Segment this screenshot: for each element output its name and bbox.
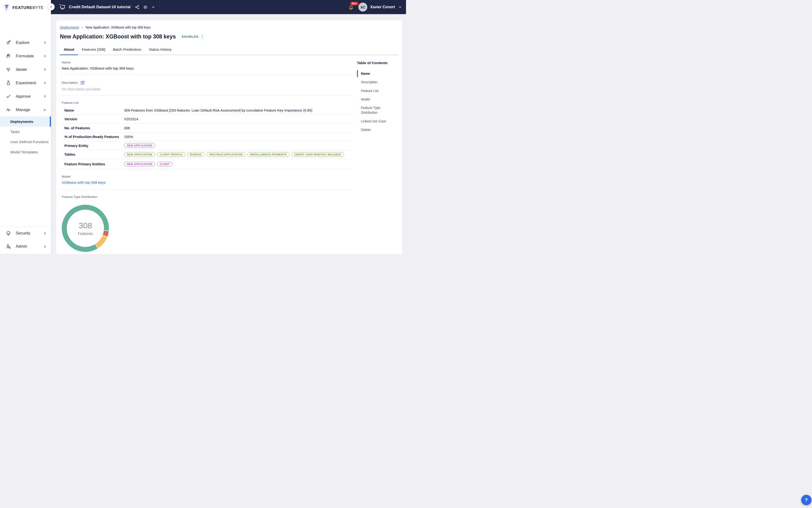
table-tag[interactable]: INSTALLMENTS PAYMENTS xyxy=(247,152,289,157)
sidebar-nav: Explore Formulate Ideate xyxy=(0,36,51,117)
sidebar-item-security[interactable]: Security xyxy=(0,227,51,240)
user-name: Xavier Conort xyxy=(370,5,395,9)
section-label: Name xyxy=(62,60,353,64)
section-name: Name New Application: XGBoost with top 3… xyxy=(60,55,353,75)
breadcrumb-deployments-link[interactable]: Deployments xyxy=(60,26,79,29)
gear-icon[interactable] xyxy=(143,5,148,10)
sidebar-item-formulate[interactable]: Formulate xyxy=(0,49,51,63)
section-label: Feature List xyxy=(62,101,353,104)
top-bar: Credit Default Dataset UI tutorial xyxy=(51,0,406,14)
telescope-icon xyxy=(6,40,11,45)
chevron-right-icon xyxy=(43,54,46,57)
head-gear-icon xyxy=(6,53,11,59)
share-icon[interactable] xyxy=(135,5,140,9)
feature-type-donut-chart: 308 Features FLOAT 263 xyxy=(62,205,353,254)
table-row-feature-count: No. of Features 308 xyxy=(60,124,353,132)
toc-item-linked-use-case[interactable]: Linked Use Case xyxy=(357,117,392,125)
toc-item-feature-type-distribution[interactable]: Feature Type Distribution xyxy=(357,103,392,117)
sidebar: FEATUREBYTE Explore Formulate xyxy=(0,0,51,254)
sidebar-item-label: Model Templates xyxy=(10,150,38,154)
table-tag[interactable]: BUREAU xyxy=(187,152,205,157)
entity-tag[interactable]: CLIENT xyxy=(157,162,173,167)
chevron-right-icon xyxy=(43,245,46,248)
catalog-monitor-icon xyxy=(59,4,65,10)
sidebar-item-deployments[interactable]: Deployments xyxy=(0,117,51,127)
avatar[interactable]: XC xyxy=(358,3,367,11)
table-tag[interactable]: CREDIT CARD MONTHLY BALANCE xyxy=(291,152,344,157)
table-row-name: Name 308 Features from XGBoost [293 feat… xyxy=(60,106,353,115)
sidebar-item-label: Approve xyxy=(16,94,31,99)
version-value: V251014 xyxy=(124,117,138,121)
lightbulb-icon xyxy=(6,67,11,72)
sidebar-bottom-nav: Security Admin xyxy=(0,226,51,254)
tab-status-history[interactable]: Status History xyxy=(145,45,175,54)
sidebar-item-admin[interactable]: Admin xyxy=(0,240,51,253)
table-tag[interactable]: CLIENT PROFILE xyxy=(157,152,185,157)
catalog-title[interactable]: Credit Default Dataset UI tutorial xyxy=(69,5,131,9)
feature-count-value: 308 xyxy=(124,126,130,130)
deployment-name-value: New Application: XGBoost with top 308 ke… xyxy=(62,66,353,75)
section-model: Model XGBoost with top 308 keys xyxy=(60,169,353,189)
sidebar-item-label: Ideate xyxy=(16,67,27,72)
toc-item-name[interactable]: Name xyxy=(357,69,392,78)
sidebar-collapse-button[interactable] xyxy=(48,3,55,10)
table-row-tables: Tables NEW APPLICATION CLIENT PROFILE BU… xyxy=(60,150,353,159)
sidebar-item-experiment[interactable]: Experiment xyxy=(0,76,51,90)
edit-description-icon[interactable] xyxy=(80,80,85,85)
toc-item-feature-list[interactable]: Feature List xyxy=(357,87,392,95)
sidebar-item-label: Formulate xyxy=(16,54,34,58)
donut-ring: 308 Features xyxy=(62,205,109,252)
table-row-production-ready: % of Production-Ready Features 100% xyxy=(60,132,353,141)
sidebar-item-user-defined-functions[interactable]: User Defined Functions xyxy=(0,137,51,147)
breadcrumb: Deployments > New Application: XGBoost w… xyxy=(60,26,399,29)
sidebar-item-tasks[interactable]: Tasks xyxy=(0,127,51,137)
check-icon xyxy=(6,94,11,99)
section-feature-list: Feature List Name 308 Features from XGBo… xyxy=(60,96,353,169)
sidebar-item-explore[interactable]: Explore xyxy=(0,36,51,49)
entity-tag[interactable]: NEW APPLICATION xyxy=(124,162,155,167)
chevron-right-icon xyxy=(43,232,46,235)
feature-list-link[interactable]: 308 Features from XGBoost [293 features:… xyxy=(124,108,312,112)
table-tag[interactable]: PREVIOUS APPLICATION xyxy=(207,152,245,157)
shield-check-icon xyxy=(6,231,11,236)
table-row-version: Version V251014 xyxy=(60,115,353,124)
activity-pulse-icon xyxy=(6,107,11,113)
notification-count-badge: 999+ xyxy=(350,2,359,6)
tab-batch-predictions[interactable]: Batch Predictions xyxy=(109,45,145,54)
status-kebab-menu-icon[interactable] xyxy=(201,34,203,39)
sidebar-item-label: Experiment xyxy=(16,81,36,85)
sidebar-item-ideate[interactable]: Ideate xyxy=(0,63,51,76)
chevron-right-icon xyxy=(43,95,46,98)
entity-tag[interactable]: NEW APPLICATION xyxy=(124,143,155,148)
flask-icon xyxy=(6,80,11,86)
toc-item-model[interactable]: Model xyxy=(357,95,392,103)
production-ready-value: 100% xyxy=(124,135,133,139)
table-tag[interactable]: NEW APPLICATION xyxy=(124,152,155,157)
section-feature-type-distribution: Feature Type Distribution 308 Features xyxy=(60,189,353,254)
status-badge: ENABLED xyxy=(182,35,198,38)
toc-title: Table of Contents xyxy=(357,61,399,65)
model-link[interactable]: XGBoost with top 308 keys xyxy=(62,180,353,189)
header-divider xyxy=(160,0,160,14)
toc-item-delete[interactable]: Delete xyxy=(357,125,392,134)
sidebar-item-label: User Defined Functions xyxy=(10,140,49,144)
featurebyte-logo-icon xyxy=(4,4,11,11)
chevron-right-icon xyxy=(43,68,46,71)
sidebar-item-label: Tasks xyxy=(10,130,20,134)
tab-features[interactable]: Features [308] xyxy=(78,45,109,54)
sidebar-item-approve[interactable]: Approve xyxy=(0,90,51,103)
toc-item-description[interactable]: Description xyxy=(357,78,392,86)
tab-about[interactable]: About xyxy=(60,45,78,54)
sidebar-item-model-templates[interactable]: Model Templates xyxy=(0,147,51,157)
sidebar-item-label: Admin xyxy=(16,244,27,249)
catalog-menu-chevron-icon[interactable] xyxy=(151,6,155,8)
donut-caption: Features xyxy=(78,231,93,236)
sidebar-item-manage[interactable]: Manage xyxy=(0,103,51,117)
section-label: Feature Type Distribution xyxy=(62,195,353,199)
chevron-left-icon xyxy=(50,5,53,8)
description-empty-text: No description provided. xyxy=(62,87,353,95)
detail-tabs: About Features [308] Batch Predictions S… xyxy=(60,45,399,55)
notifications-bell-icon[interactable]: 999+ xyxy=(348,4,354,10)
chevron-down-icon xyxy=(43,109,46,111)
user-menu-chevron-icon[interactable] xyxy=(399,6,402,8)
